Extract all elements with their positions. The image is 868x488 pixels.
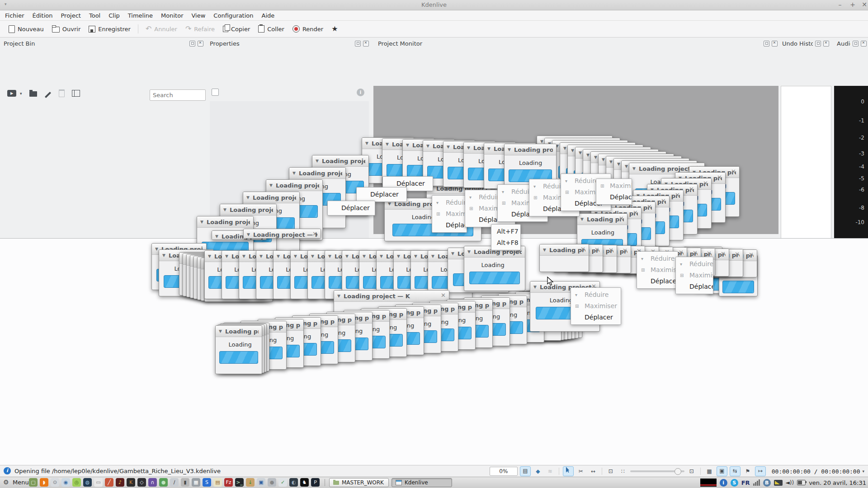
chevron-down-icon[interactable]: ▼ xyxy=(467,145,470,150)
globe-icon[interactable]: ◍ xyxy=(83,478,92,487)
loading-dialog-window[interactable]: ▼Loading project — KLoading xyxy=(215,325,262,374)
chevron-down-icon[interactable]: ▼ xyxy=(580,217,584,221)
battery-icon[interactable] xyxy=(797,480,806,485)
gear-icon[interactable]: ⚙ xyxy=(3,479,9,486)
dialog-titlebar[interactable]: ▼Loading project — K xyxy=(216,326,262,337)
dialog-close-icon[interactable]: ✕ xyxy=(619,215,624,222)
unity-icon[interactable]: ◇ xyxy=(137,478,146,487)
taskbar-window-kdenlive[interactable]: Kdenlive xyxy=(392,478,452,487)
chevron-down-icon[interactable]: ▼ xyxy=(625,164,628,169)
timeline-zoom-slider[interactable] xyxy=(630,470,684,472)
chevron-down-icon[interactable]: ▼ xyxy=(345,254,349,258)
chevron-down-icon[interactable]: ▼ xyxy=(397,254,400,258)
menu-item-maximiser[interactable]: ⊞Maximiser xyxy=(571,300,621,312)
messenger-icon[interactable]: ⊙ xyxy=(51,478,59,487)
dialog-close-icon[interactable]: ✕ xyxy=(735,251,740,258)
chevron-down-icon[interactable]: ▼ xyxy=(247,232,250,237)
chevron-down-icon[interactable]: ▼ xyxy=(277,254,280,258)
media-icon[interactable]: ▮ xyxy=(181,478,189,487)
chevron-down-icon[interactable]: ▾ xyxy=(862,469,864,474)
chevron-down-icon[interactable]: ▼ xyxy=(223,207,226,212)
loading-dialog-window[interactable]: ▼Loading project — K✕Loading xyxy=(464,246,525,291)
chevron-down-icon[interactable]: ▼ xyxy=(363,254,366,258)
pen-icon[interactable]: / xyxy=(170,478,179,487)
menu-item-deplacer[interactable]: Déplacer xyxy=(357,189,406,200)
chevron-down-icon[interactable]: ▼ xyxy=(242,254,245,258)
menu-item-deplacer[interactable]: Déplacer xyxy=(432,220,467,231)
zone-out-button[interactable]: ∷ xyxy=(618,467,628,476)
menu-item-reduire[interactable]: ▾Réduire xyxy=(676,258,713,270)
dialog-titlebar[interactable]: ▼Loading project — K xyxy=(266,180,322,191)
audio-tag-icon[interactable]: ♪ xyxy=(116,478,124,487)
system-monitor-widget[interactable] xyxy=(700,479,717,487)
taskbar-window-master-work[interactable]: MASTER_WORK xyxy=(329,478,389,487)
snap-button[interactable]: ▦ xyxy=(704,467,714,476)
dialog-titlebar[interactable]: ▼Loading project — K xyxy=(197,216,253,228)
virtualbox-icon[interactable]: ▣ xyxy=(257,478,265,487)
dialog-close-icon[interactable]: ✕ xyxy=(623,247,627,254)
dialog-titlebar[interactable]: ▼Loading project — K xyxy=(220,204,276,216)
dialog-close-icon[interactable]: ✕ xyxy=(594,246,599,253)
chevron-down-icon[interactable]: ▼ xyxy=(533,285,537,289)
chevron-down-icon[interactable]: ▼ xyxy=(269,183,273,188)
chevron-down-icon[interactable]: ▼ xyxy=(162,253,165,258)
chevron-down-icon[interactable]: ▼ xyxy=(208,254,211,258)
chevron-down-icon[interactable]: ▼ xyxy=(219,329,222,333)
eye-icon[interactable]: ◉ xyxy=(61,478,70,487)
network-signal-icon[interactable] xyxy=(753,479,760,486)
panel-icon[interactable]: ▭ xyxy=(94,478,103,487)
chevron-down-icon[interactable]: ▼ xyxy=(487,146,491,151)
dialog-close-icon[interactable]: ✕ xyxy=(580,246,585,253)
chevron-down-icon[interactable]: ▼ xyxy=(594,155,597,160)
skype-icon[interactable]: S xyxy=(731,479,738,487)
menu-item-maximiser[interactable]: ⊞Maximiser xyxy=(596,180,632,192)
volume-icon[interactable]: ◄)) xyxy=(786,479,794,486)
chevron-down-icon[interactable]: ▼ xyxy=(406,143,409,147)
chevron-down-icon[interactable]: ▼ xyxy=(451,251,454,256)
chevron-down-icon[interactable]: ▼ xyxy=(543,248,546,252)
menu-item-shortcut[interactable]: Alt+F7 xyxy=(491,226,520,237)
notes-icon[interactable]: ▤ xyxy=(213,478,222,487)
chevron-down-icon[interactable]: ▼ xyxy=(426,144,429,148)
menu-item-maximiser[interactable]: ⊞Maximiser xyxy=(637,264,678,276)
chevron-down-icon[interactable]: ▼ xyxy=(328,254,331,258)
digikam-icon[interactable]: K xyxy=(127,478,135,487)
menu-item-deplacer[interactable]: Déplacer xyxy=(571,312,621,323)
menu-item-maximiser[interactable]: ⊞Maximiser xyxy=(676,270,713,281)
loading-dialog-window[interactable]: ▼Loading project — K✕ xyxy=(243,229,321,239)
dialog-close-icon[interactable]: ✕ xyxy=(679,249,684,256)
slider-handle[interactable] xyxy=(675,468,681,475)
chevron-down-icon[interactable]: ▼ xyxy=(292,171,296,175)
menu-item-shortcut[interactable]: Alt+F8 xyxy=(491,237,520,249)
chevron-down-icon[interactable]: ▼ xyxy=(155,247,158,251)
chevron-down-icon[interactable]: ▼ xyxy=(380,254,383,258)
dialog-titlebar[interactable]: ▼Loading project — K xyxy=(289,168,345,179)
chevron-down-icon[interactable]: ▼ xyxy=(467,249,471,254)
dialog-close-icon[interactable]: ✕ xyxy=(731,168,736,175)
amor-icon[interactable]: ◎ xyxy=(72,478,81,487)
chevron-down-icon[interactable]: ▼ xyxy=(447,145,450,149)
chevron-down-icon[interactable]: ▼ xyxy=(316,159,319,163)
keyboard-layout-indicator[interactable]: FR xyxy=(741,479,750,486)
chevron-down-icon[interactable]: ▼ xyxy=(225,254,228,258)
dialog-close-icon[interactable]: ✕ xyxy=(661,197,666,204)
spacer-tool-button[interactable]: ↔ xyxy=(588,467,598,476)
dialog-close-icon[interactable]: ✕ xyxy=(749,251,754,258)
clock[interactable]: ven. 20 avril, 16:31 xyxy=(809,479,866,486)
dialog-close-icon[interactable]: ✕ xyxy=(689,186,694,192)
dialog-titlebar[interactable]: ▼Loading project — K xyxy=(505,144,556,155)
chevron-down-icon[interactable]: ▼ xyxy=(388,202,391,206)
chevron-down-icon[interactable]: ▼ xyxy=(365,141,368,145)
headphones-icon[interactable]: ∩ xyxy=(148,478,157,487)
menu-item-deplacer[interactable]: Déplacer xyxy=(676,281,713,292)
select-tool-button[interactable] xyxy=(563,466,574,476)
chevron-down-icon[interactable]: ▼ xyxy=(602,157,605,162)
chevron-down-icon[interactable]: ▼ xyxy=(311,254,314,258)
chevron-down-icon[interactable]: ▼ xyxy=(259,254,263,258)
chevron-down-icon[interactable]: ▼ xyxy=(431,254,434,258)
dialog-close-icon[interactable]: ✕ xyxy=(312,230,317,237)
show-titlebars-button[interactable]: ⚑ xyxy=(743,467,753,476)
paint-icon[interactable]: ╱ xyxy=(105,478,113,487)
clock-check-icon[interactable]: ✓ xyxy=(278,478,287,487)
dialog-titlebar[interactable]: ▼Loading project — K✕ xyxy=(577,214,627,225)
